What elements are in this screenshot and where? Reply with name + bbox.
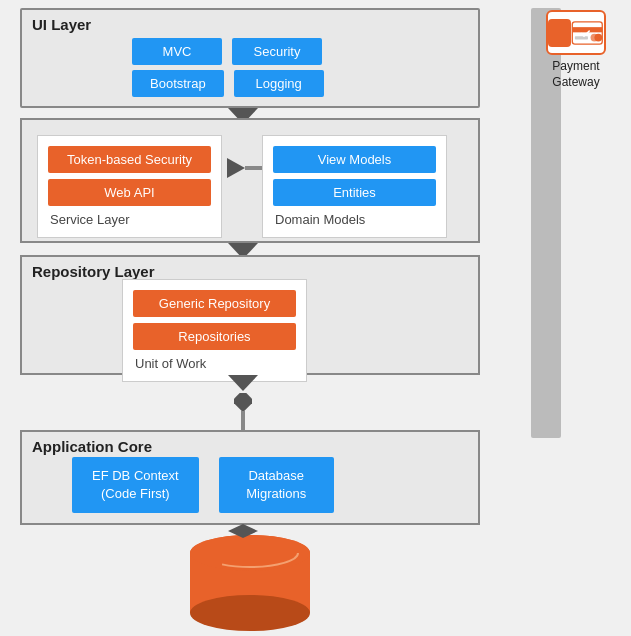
app-core-box: Application Core EF DB Context(Code Firs… xyxy=(20,430,480,525)
payment-gateway-label: PaymentGateway xyxy=(531,59,621,90)
connector-repo-core xyxy=(228,375,258,393)
database-section xyxy=(20,528,480,636)
payment-gateway-icon xyxy=(546,10,606,55)
diagram-container: UI Layer MVC Security Bootstrap Logging … xyxy=(0,0,631,636)
domain-models-label: Domain Models xyxy=(273,212,436,227)
payment-gateway: PaymentGateway xyxy=(531,10,621,90)
security-button: Security xyxy=(232,38,322,65)
ef-db-context-button: EF DB Context(Code First) xyxy=(72,457,199,513)
unit-of-work-label: Unit of Work xyxy=(133,356,296,371)
svg-rect-10 xyxy=(234,393,252,412)
repo-inner-box: Generic Repository Repositories Unit of … xyxy=(122,279,307,382)
web-api-button: Web API xyxy=(48,179,211,206)
repositories-button: Repositories xyxy=(133,323,296,350)
svg-point-14 xyxy=(190,595,310,631)
database-icon xyxy=(165,533,335,633)
database-migrations-button: DatabaseMigrations xyxy=(219,457,334,513)
service-layer-box: Token-based Security Web API Service Lay… xyxy=(37,135,222,238)
domain-buttons: View Models Entities xyxy=(273,146,436,206)
svg-marker-6 xyxy=(227,158,245,178)
ui-layer-box: UI Layer MVC Security Bootstrap Logging xyxy=(20,8,480,108)
svg-rect-7 xyxy=(245,166,262,170)
h-connector-arrow xyxy=(227,158,262,178)
repository-layer-box: Repository Layer Generic Repository Repo… xyxy=(20,255,480,375)
ui-buttons-row1: MVC Security xyxy=(132,38,322,65)
app-core-label: Application Core xyxy=(32,438,152,455)
view-models-button: View Models xyxy=(273,146,436,173)
svg-rect-1 xyxy=(573,27,603,32)
generic-repo-button: Generic Repository xyxy=(133,290,296,317)
core-buttons: EF DB Context(Code First) DatabaseMigrat… xyxy=(72,457,334,513)
entities-button: Entities xyxy=(273,179,436,206)
ui-layer-label: UI Layer xyxy=(32,16,91,33)
svg-point-4 xyxy=(595,33,603,41)
connector-diamond-mid xyxy=(234,393,252,433)
service-buttons: Token-based Security Web API xyxy=(48,146,211,206)
svg-point-15 xyxy=(190,535,310,571)
ui-buttons-row2: Bootstrap Logging xyxy=(132,70,324,97)
service-layer-label: Service Layer xyxy=(48,212,211,227)
repo-buttons: Generic Repository Repositories xyxy=(133,290,296,350)
service-domain-section: Token-based Security Web API Service Lay… xyxy=(20,118,480,243)
connector-bottom-diamond xyxy=(228,524,258,538)
logging-button: Logging xyxy=(234,70,324,97)
repository-layer-label: Repository Layer xyxy=(32,263,155,280)
svg-marker-9 xyxy=(228,375,258,391)
token-security-button: Token-based Security xyxy=(48,146,211,173)
mvc-button: MVC xyxy=(132,38,222,65)
bootstrap-button: Bootstrap xyxy=(132,70,224,97)
domain-models-box: View Models Entities Domain Models xyxy=(262,135,447,238)
svg-marker-17 xyxy=(228,524,258,538)
svg-rect-2 xyxy=(575,36,588,39)
